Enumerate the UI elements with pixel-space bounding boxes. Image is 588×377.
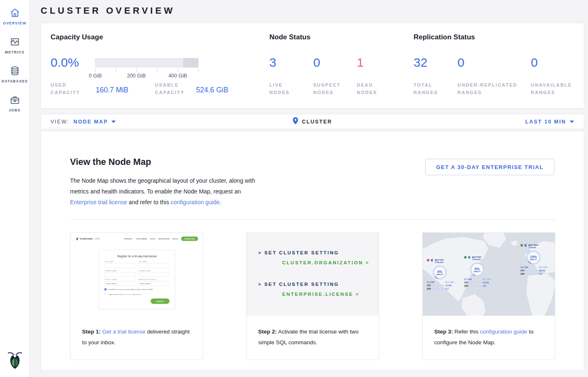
used-capacity-value: 160.7 MiB bbox=[96, 86, 128, 94]
axis-tick: 200 GiB bbox=[127, 73, 145, 79]
desc-text: The Node Map shows the geographical layo… bbox=[70, 177, 255, 195]
node-live-dot bbox=[464, 256, 467, 259]
text-input bbox=[138, 272, 169, 277]
jobs-icon bbox=[10, 94, 20, 105]
step2-caption: Step 2: Activate the trial license with … bbox=[247, 316, 379, 348]
databases-icon bbox=[10, 65, 20, 76]
metrics-icon bbox=[10, 36, 20, 47]
suspect-nodes-label: SUSPECT NODES bbox=[313, 81, 341, 96]
step1-card: Cockroach LABS PRODUCT CUSTOMERS DOCS RE… bbox=[70, 232, 203, 360]
node-cube-icon bbox=[468, 256, 471, 259]
step-number: Step 3: bbox=[434, 329, 453, 335]
license-agreement-link: Software License Agreement. bbox=[119, 293, 142, 295]
unavailable-ranges-value: 0 bbox=[531, 56, 538, 70]
axis-tick: 400 GiB bbox=[168, 73, 187, 79]
chevron-down-icon bbox=[570, 121, 574, 123]
node-live-dot bbox=[520, 244, 523, 247]
dead-nodes-label: DEAD NODES bbox=[357, 81, 377, 96]
configuration-guide-link[interactable]: configuration guide bbox=[171, 199, 220, 205]
live-nodes-label: LIVE NODES bbox=[269, 81, 290, 96]
qps-bar bbox=[433, 288, 445, 290]
sidebar-item-overview[interactable]: OVERVIEW bbox=[0, 0, 29, 31]
replication-status-title: Replication Status bbox=[414, 33, 475, 41]
sidebar-item-databases[interactable]: DATABASES bbox=[0, 60, 29, 89]
nav-item: BLOG bbox=[173, 238, 178, 240]
view-label: VIEW: bbox=[51, 119, 69, 125]
suspect-nodes-value: 0 bbox=[313, 56, 320, 70]
trial-site-thumbnail: Cockroach LABS PRODUCT CUSTOMERS DOCS RE… bbox=[70, 233, 203, 316]
cockroach-labs-logo-icon bbox=[7, 350, 22, 371]
axis-tick: 0 GiB bbox=[89, 73, 102, 79]
step-number: Step 2: bbox=[258, 329, 277, 335]
field-label: COMPANY EMAIL bbox=[138, 270, 169, 272]
step2-card: > SET CLUSTER SETTING CLUSTER.ORGANIZATI… bbox=[246, 232, 379, 360]
node-map-thumbnail: geo=sfo2 Nodes 9%CAPACITY 3.2 GiB33.1 Gi… bbox=[423, 233, 555, 316]
home-icon bbox=[10, 7, 20, 18]
text-input bbox=[104, 272, 136, 277]
cockroach-labs-logo: Cockroach LABS bbox=[76, 237, 100, 241]
field-label: PROJECT PHASE bbox=[104, 279, 136, 280]
capacity-percent: 0.0% bbox=[51, 56, 79, 70]
cpu-bar bbox=[433, 285, 445, 286]
nav-item: RESOURCES bbox=[159, 238, 169, 240]
live-nodes-value: 3 bbox=[269, 56, 276, 70]
chevron-down-icon bbox=[111, 121, 116, 123]
configuration-guide-link[interactable]: configuration guide bbox=[480, 329, 527, 335]
usable-capacity-label: USABLE CAPACITY bbox=[155, 81, 184, 96]
node-cube-icon bbox=[431, 259, 434, 262]
divider bbox=[70, 219, 555, 220]
map-node-sfo: geo=sfo2 Nodes 9%CAPACITY 3.2 GiB33.1 Gi… bbox=[427, 259, 463, 290]
registration-form: Register for a 30-day trial license FIRS… bbox=[99, 250, 175, 309]
nav-item: CUSTOMERS bbox=[136, 238, 147, 240]
capacity-gauge: 10%CAPACITY bbox=[526, 251, 540, 265]
nav-item: DOCS bbox=[150, 238, 155, 240]
caption-text: Refer this bbox=[453, 329, 480, 335]
get-trial-license-link[interactable]: Get a trial license bbox=[102, 329, 145, 335]
panel-description: The Node Map shows the geographical layo… bbox=[70, 175, 257, 208]
total-ranges-label: TOTAL RANGES bbox=[414, 81, 438, 96]
capacity-gauge: 6%CAPACITY bbox=[470, 263, 484, 277]
sql-command: > SET CLUSTER SETTING bbox=[247, 282, 379, 287]
under-replicated-value: 0 bbox=[457, 56, 465, 70]
download-button: DOWNLOAD bbox=[181, 237, 198, 241]
sidebar: OVERVIEW METRICS DATABASES JOBS bbox=[0, 0, 30, 377]
capacity-bar bbox=[95, 58, 198, 68]
qps-bar bbox=[526, 273, 538, 275]
total-ranges-value: 32 bbox=[414, 56, 427, 70]
sidebar-item-label: METRICS bbox=[5, 50, 24, 54]
enterprise-trial-license-link[interactable]: Enterprise trial license bbox=[70, 199, 127, 205]
form-title: Register for a 30-day trial license bbox=[104, 255, 169, 258]
desc-text: and refer to this bbox=[127, 199, 171, 205]
checkbox-label: I would like to receive email updates ab… bbox=[108, 288, 153, 290]
cpu-bar bbox=[470, 282, 482, 283]
step-number: Step 1: bbox=[82, 329, 101, 335]
desc-text: . bbox=[220, 199, 221, 205]
node-status-title: Node Status bbox=[269, 33, 310, 41]
logo-suffix: LABS bbox=[94, 237, 100, 240]
node-dead-dot bbox=[427, 259, 429, 261]
field-label: COMPANY NAME bbox=[104, 270, 136, 272]
map-node-ams: geo=ams1 Node 10%CAPACITY 3.6 GiB36.4 Gi… bbox=[520, 244, 555, 275]
usable-capacity-value: 524.6 GiB bbox=[196, 86, 228, 94]
step1-caption: Step 1: Get a trial license delivered st… bbox=[70, 316, 203, 348]
text-input bbox=[138, 263, 169, 268]
sql-setting: CLUSTER.ORGANIZATION = bbox=[247, 260, 379, 265]
sidebar-item-label: DATABASES bbox=[2, 79, 28, 83]
sidebar-item-label: OVERVIEW bbox=[3, 21, 26, 25]
nav-item: PRODUCT bbox=[124, 238, 133, 240]
sidebar-item-label: JOBS bbox=[9, 108, 20, 112]
select-input: Please Select bbox=[138, 281, 169, 286]
sidebar-item-jobs[interactable]: JOBS bbox=[0, 89, 29, 118]
checkbox-checked bbox=[104, 288, 106, 290]
mini-site-nav: PRODUCT CUSTOMERS DOCS RESOURCES BLOG DO… bbox=[124, 237, 198, 241]
cluster-breadcrumb: CLUSTER bbox=[302, 119, 332, 125]
page-title: CLUSTER OVERVIEW bbox=[41, 5, 175, 16]
field-label: FIRST NAME bbox=[104, 261, 136, 263]
sidebar-item-metrics[interactable]: METRICS bbox=[0, 31, 29, 60]
qps-bar bbox=[470, 285, 482, 287]
view-selector-dropdown[interactable]: NODE MAP bbox=[73, 119, 115, 125]
time-range-dropdown[interactable]: LAST 10 MIN bbox=[525, 119, 584, 125]
enterprise-trial-button[interactable]: GET A 30-DAY ENTERPRISE TRIAL bbox=[425, 159, 554, 175]
capacity-usage-title: Capacity Usage bbox=[51, 33, 103, 41]
checkbox-unchecked bbox=[104, 293, 106, 295]
